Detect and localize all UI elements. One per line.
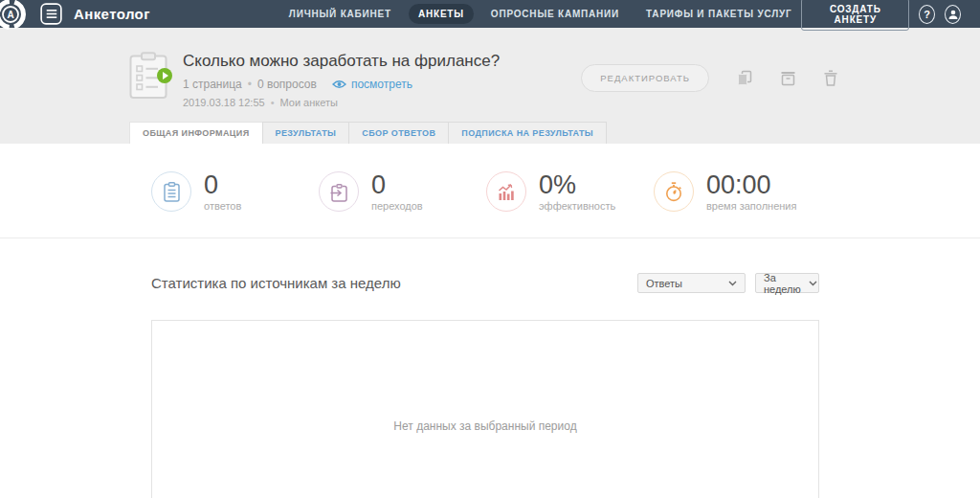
stat-answers-label: ответов — [204, 200, 241, 212]
preview-link[interactable]: посмотреть — [332, 78, 412, 91]
empty-chart-message: Нет данных за выбранный период — [152, 321, 818, 433]
stat-fill-time: 00:00 время заполнения — [654, 171, 821, 212]
stat-transitions-value: 0 — [371, 171, 423, 198]
survey-info: Сколько можно заработать на фрилансе? 1 … — [183, 52, 581, 122]
menu-hamburger-icon[interactable] — [40, 3, 62, 25]
preview-link-label: посмотреть — [351, 78, 412, 91]
eye-icon — [332, 79, 346, 89]
tab-results[interactable]: РЕЗУЛЬТАТЫ — [262, 122, 349, 144]
tab-general-info[interactable]: ОБЩАЯ ИНФОРМАЦИЯ — [129, 122, 262, 144]
statistics-heading: Статистика по источникам за неделю — [151, 275, 401, 291]
survey-actions: РЕДАКТИРОВАТЬ — [581, 64, 837, 92]
stat-efficiency: 0% эффективность — [486, 171, 654, 212]
survey-date: 2019.03.18 12:55 — [183, 97, 265, 108]
survey-tabs: ОБЩАЯ ИНФОРМАЦИЯ РЕЗУЛЬТАТЫ СБОР ОТВЕТОВ… — [129, 122, 980, 144]
archive-icon[interactable] — [780, 71, 796, 86]
top-navbar: A Анкетолог ЛИЧНЫЙ КАБИНЕТ АНКЕТЫ ОПРОСН… — [0, 0, 980, 28]
nav-item-surveys[interactable]: АНКЕТЫ — [409, 4, 474, 24]
stat-transitions: 0 переходов — [319, 171, 486, 212]
stat-answers-value: 0 — [204, 171, 241, 198]
period-select[interactable]: За неделю — [755, 273, 819, 293]
separator-dot: • — [248, 78, 252, 91]
statistics-section-header: Статистика по источникам за неделю Ответ… — [151, 273, 819, 293]
anketolog-logo-icon[interactable]: A — [0, 0, 33, 28]
stat-transitions-label: переходов — [371, 200, 423, 212]
statistics-filters: Ответы За неделю — [637, 273, 819, 293]
main-navigation: ЛИЧНЫЙ КАБИНЕТ АНКЕТЫ ОПРОСНЫЕ КАМПАНИИ … — [279, 4, 802, 24]
logo-svg: A — [0, 0, 28, 32]
stat-fill-time-value: 00:00 — [706, 171, 796, 198]
stat-answers: 0 ответов — [151, 171, 319, 212]
questions-count: 0 вопросов — [257, 78, 317, 91]
navbar-right: СОЗДАТЬ АНКЕТУ ? — [801, 0, 980, 31]
metric-select-value: Ответы — [646, 278, 682, 289]
chevron-down-icon — [809, 281, 817, 286]
clipboard-arrow-icon — [319, 171, 359, 212]
stat-fill-time-label: время заполнения — [706, 200, 796, 212]
svg-text:A: A — [7, 10, 13, 20]
survey-title: Сколько можно заработать на фрилансе? — [183, 52, 581, 71]
metric-select[interactable]: Ответы — [637, 273, 746, 293]
trash-icon[interactable] — [824, 70, 837, 86]
edit-button[interactable]: РЕДАКТИРОВАТЬ — [581, 64, 709, 92]
survey-header: Сколько можно заработать на фрилансе? 1 … — [0, 28, 980, 144]
stats-summary: 0 ответов 0 переходов — [0, 144, 980, 238]
stat-efficiency-value: 0% — [539, 171, 615, 198]
tab-results-subscription[interactable]: ПОДПИСКА НА РЕЗУЛЬТАТЫ — [448, 122, 607, 144]
stat-efficiency-label: эффективность — [539, 200, 615, 212]
bar-chart-icon — [486, 171, 526, 212]
period-select-value: За неделю — [764, 272, 801, 295]
separator-dot: • — [271, 97, 275, 108]
survey-active-badge — [157, 68, 172, 83]
chevron-down-icon — [728, 281, 737, 286]
clipboard-icon — [151, 171, 191, 212]
copy-icon[interactable] — [737, 70, 752, 86]
create-survey-button[interactable]: СОЗДАТЬ АНКЕТУ — [801, 0, 909, 31]
brand-name: Анкетолог — [74, 6, 150, 22]
survey-folder[interactable]: Мои анкеты — [280, 97, 338, 108]
survey-clipboard-icon — [129, 52, 167, 100]
pages-count: 1 страница — [183, 78, 242, 91]
sources-chart-area: Нет данных за выбранный период — [151, 320, 819, 498]
nav-item-survey-campaigns[interactable]: ОПРОСНЫЕ КАМПАНИИ — [481, 4, 629, 24]
nav-item-tariffs[interactable]: ТАРИФЫ И ПАКЕТЫ УСЛУГ — [636, 4, 801, 24]
user-icon — [947, 9, 959, 20]
tab-answer-collection[interactable]: СБОР ОТВЕТОВ — [348, 122, 448, 144]
nav-item-personal-cabinet[interactable]: ЛИЧНЫЙ КАБИНЕТ — [279, 4, 401, 24]
profile-icon[interactable] — [945, 5, 961, 24]
survey-meta-secondary: 2019.03.18 12:55 • Мои анкеты — [183, 97, 581, 108]
stopwatch-icon — [654, 171, 694, 212]
survey-meta: 1 страница • 0 вопросов посмотреть — [183, 78, 581, 91]
help-icon[interactable]: ? — [919, 5, 935, 24]
